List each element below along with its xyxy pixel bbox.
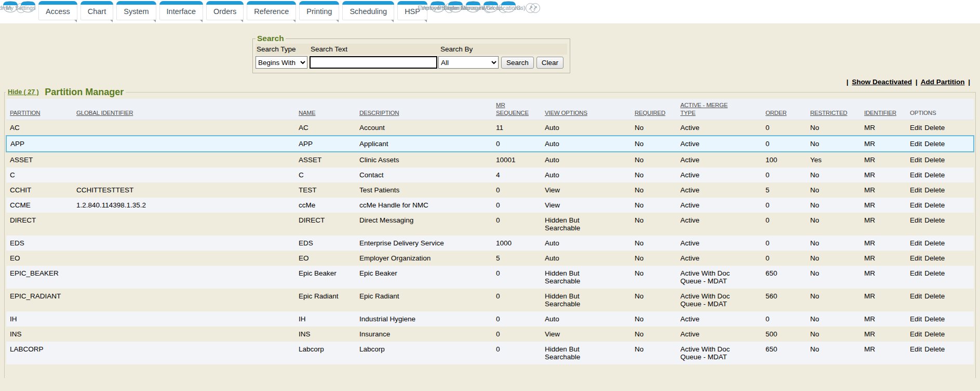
search-type-select[interactable]: Begins With bbox=[256, 56, 307, 69]
delete-link[interactable]: Delete bbox=[924, 140, 945, 148]
tab-chart[interactable]: Chart bbox=[80, 1, 113, 20]
table-row[interactable]: CCContact4AutoNoActive0NoMREditDelete bbox=[6, 167, 974, 183]
sort-link-view-options[interactable]: VIEW OPTIONS bbox=[545, 110, 587, 116]
sort-link-required[interactable]: REQUIRED bbox=[635, 110, 665, 116]
search-control-row: Begins With All Search Clear bbox=[256, 56, 567, 69]
tab-access[interactable]: Access bbox=[38, 1, 77, 20]
delete-link[interactable]: Delete bbox=[924, 254, 945, 262]
search-by-select[interactable]: All bbox=[438, 56, 499, 69]
table-row[interactable]: ASSETASSETClinic Assets10001AutoNoActive… bbox=[6, 152, 974, 167]
hide-count-link[interactable]: Hide ( 27 ) bbox=[8, 88, 39, 96]
edit-link[interactable]: Edit bbox=[910, 216, 922, 224]
delete-link[interactable]: Delete bbox=[924, 330, 945, 338]
table-row[interactable]: CCME1.2.840.114398.1.35.2ccMeccMe Handle… bbox=[6, 198, 974, 213]
sort-link-identifier[interactable]: IDENTIFIER bbox=[864, 110, 896, 116]
cell-partition: EO bbox=[6, 251, 76, 266]
edit-link[interactable]: Edit bbox=[910, 156, 922, 164]
cell-restricted: No bbox=[810, 213, 864, 236]
cell-restricted: No bbox=[810, 342, 864, 364]
tab-hsp[interactable]: HSP bbox=[397, 1, 427, 20]
table-row[interactable]: APPAPPApplicant0AutoNoActive0NoMREditDel… bbox=[6, 136, 974, 152]
column-header-required: REQUIRED bbox=[635, 99, 680, 120]
tab-interface[interactable]: Interface bbox=[159, 1, 203, 20]
cell-order: 0 bbox=[766, 213, 810, 236]
delete-link[interactable]: Delete bbox=[924, 292, 945, 300]
cell-global-identifier: CCHITTESTTEST bbox=[76, 183, 299, 198]
cell-order: 650 bbox=[766, 342, 810, 364]
edit-link[interactable]: Edit bbox=[910, 292, 922, 300]
tab-printing[interactable]: Printing bbox=[299, 1, 339, 20]
show-deactivated-link[interactable]: Show Deactivated bbox=[852, 78, 912, 86]
delete-link[interactable]: Delete bbox=[924, 124, 945, 132]
tab-my-settings[interactable]: My Settings↗ bbox=[21, 1, 35, 12]
tab-reference[interactable]: Reference bbox=[247, 1, 296, 20]
delete-link[interactable]: Delete bbox=[924, 186, 945, 194]
edit-link[interactable]: Edit bbox=[910, 315, 922, 323]
delete-link[interactable]: Delete bbox=[924, 156, 945, 164]
cell-active-merge-type: Active bbox=[680, 167, 766, 183]
cell-options: EditDelete bbox=[910, 266, 974, 289]
delete-link[interactable]: Delete bbox=[924, 201, 945, 209]
tab-label: Printing bbox=[306, 7, 332, 16]
delete-link[interactable]: Delete bbox=[924, 171, 945, 179]
cell-required: No bbox=[635, 120, 680, 136]
table-row[interactable]: IHIHIndustrial Hygiene0AutoNoActive0NoMR… bbox=[6, 311, 974, 327]
cell-order: 5 bbox=[766, 183, 810, 198]
cell-required: No bbox=[635, 327, 680, 342]
edit-link[interactable]: Edit bbox=[910, 269, 922, 277]
cell-mr-sequence: 1000 bbox=[496, 236, 545, 251]
tab-orders[interactable]: Orders bbox=[206, 1, 244, 20]
tab-work-locations[interactable]: Work Locations↗ bbox=[501, 1, 516, 12]
clear-button[interactable]: Clear bbox=[536, 57, 563, 69]
cell-global-identifier bbox=[76, 136, 299, 152]
table-row[interactable]: CCHITCCHITTESTTESTTESTTest Patients0View… bbox=[6, 183, 974, 198]
delete-link[interactable]: Delete bbox=[924, 269, 945, 277]
edit-link[interactable]: Edit bbox=[910, 330, 922, 338]
edit-link[interactable]: Edit bbox=[910, 201, 922, 209]
tab-scheduling[interactable]: Scheduling bbox=[342, 1, 394, 20]
cell-partition: APP bbox=[6, 136, 76, 152]
edit-link[interactable]: Edit bbox=[910, 140, 922, 148]
edit-link[interactable]: Edit bbox=[910, 345, 922, 353]
sort-link-restricted[interactable]: RESTRICTED bbox=[810, 110, 847, 116]
sort-link-active-merge-type[interactable]: ACTIVE - MERGE TYPE bbox=[680, 102, 728, 116]
edit-link[interactable]: Edit bbox=[910, 171, 922, 179]
tab-accent-bar bbox=[342, 1, 394, 5]
table-row[interactable]: EPIC_RADIANTEpic RadiantEpic Radiant0Hid… bbox=[6, 289, 974, 311]
table-row[interactable]: EOEOEmployer Organization5AutoNoActive0N… bbox=[6, 251, 974, 266]
cell-mr-sequence: 0 bbox=[496, 198, 545, 213]
sort-link-order[interactable]: ORDER bbox=[766, 110, 787, 116]
cell-mr-sequence: 11 bbox=[496, 120, 545, 136]
table-row[interactable]: DIRECTDIRECTDirect Messaging0Hidden But … bbox=[6, 213, 974, 236]
sort-link-description[interactable]: DESCRIPTION bbox=[359, 110, 399, 116]
cell-order: 0 bbox=[766, 120, 810, 136]
cell-partition: IH bbox=[6, 311, 76, 327]
cell-required: No bbox=[635, 236, 680, 251]
cell-active-merge-type: Active bbox=[680, 183, 766, 198]
search-text-input[interactable] bbox=[310, 56, 437, 69]
cell-required: No bbox=[635, 266, 680, 289]
cell-identifier: MR bbox=[864, 236, 910, 251]
table-row[interactable]: ACACAccount11AutoNoActive0NoMREditDelete bbox=[6, 120, 974, 136]
sort-link-global-identifier[interactable]: GLOBAL IDENTIFIER bbox=[76, 110, 133, 116]
sort-link-partition[interactable]: PARTITION bbox=[10, 110, 40, 116]
edit-link[interactable]: Edit bbox=[910, 124, 922, 132]
table-row[interactable]: EDSEDSEnterprise Delivery Service1000Aut… bbox=[6, 236, 974, 251]
add-partition-link[interactable]: Add Partition bbox=[921, 78, 965, 86]
edit-link[interactable]: Edit bbox=[910, 239, 922, 247]
delete-link[interactable]: Delete bbox=[924, 216, 945, 224]
delete-link[interactable]: Delete bbox=[924, 239, 945, 247]
sort-link-mr-sequence[interactable]: MR SEQUENCE bbox=[496, 102, 529, 116]
tab-system[interactable]: System bbox=[116, 1, 156, 20]
table-row[interactable]: LABCORPLabcorpLabcorp0Hidden But Searcha… bbox=[6, 342, 974, 364]
search-button[interactable]: Search bbox=[501, 57, 534, 69]
edit-link[interactable]: Edit bbox=[910, 186, 922, 194]
cell-view-options: Auto bbox=[545, 167, 635, 183]
edit-link[interactable]: Edit bbox=[910, 254, 922, 262]
table-row[interactable]: EPIC_BEAKEREpic BeakerEpic Beaker0Hidden… bbox=[6, 266, 974, 289]
sort-link-name[interactable]: NAME bbox=[299, 110, 315, 116]
table-row[interactable]: INSINSInsurance0ViewNoActive500NoMREditD… bbox=[6, 327, 974, 342]
popout-arrow-icon[interactable]: ↗ bbox=[526, 3, 535, 13]
delete-link[interactable]: Delete bbox=[924, 345, 945, 353]
delete-link[interactable]: Delete bbox=[924, 315, 945, 323]
